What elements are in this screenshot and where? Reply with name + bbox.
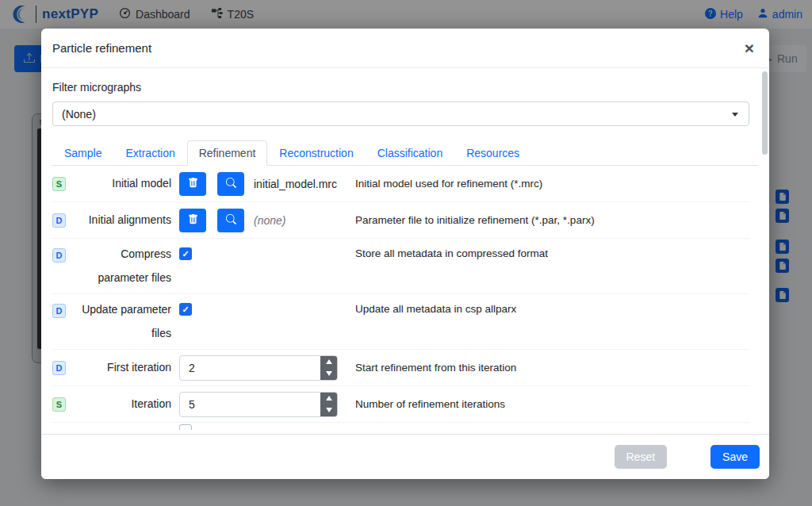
- clear-file-button[interactable]: [179, 172, 206, 196]
- tab-resources[interactable]: Resources: [454, 140, 531, 166]
- stepper-down-icon[interactable]: [320, 404, 337, 416]
- field-description: Parameter file to initialize refinement …: [355, 214, 749, 226]
- number-stepper[interactable]: [320, 393, 337, 416]
- dialog-header: Particle refinement ×: [41, 29, 769, 68]
- chevron-down-icon: [732, 113, 738, 117]
- search-icon: [226, 214, 236, 227]
- form-row-update-parameter-files: D Update parameter files ✓ Update all me…: [52, 294, 749, 350]
- field-label: Compress parameter files: [73, 242, 171, 289]
- tab-refinement[interactable]: Refinement: [187, 140, 268, 166]
- stepper-down-icon[interactable]: [320, 368, 337, 380]
- form-row-initial-alignments: D Initial alignments (none) Parameter fi…: [52, 202, 749, 239]
- filter-select-value: (None): [62, 108, 96, 121]
- field-label: First iteration: [73, 359, 171, 375]
- dialog-body: Filter micrographs (None) Sample Extract…: [41, 68, 769, 434]
- reset-button[interactable]: Reset: [615, 445, 668, 469]
- field-label: Initial alignments: [73, 212, 171, 228]
- scope-badge: D: [52, 213, 66, 228]
- form-row-initial-model: S Initial model initial_model.mrc Initia…: [52, 166, 749, 202]
- iteration-input[interactable]: [179, 392, 338, 417]
- field-label: Iteration: [73, 396, 171, 412]
- form-row-first-iteration: D First iteration Start refinement from …: [52, 350, 749, 386]
- field-description: Initial model used for refinement (*.mrc…: [355, 178, 749, 190]
- form-row-compress-parameter-files: D Compress parameter files ✓ Store all m…: [52, 239, 749, 294]
- scope-badge: D: [52, 248, 66, 263]
- app-root: nextPYP Dashboard: [0, 0, 812, 506]
- file-value: initial_model.mrc: [254, 178, 337, 190]
- tab-extraction[interactable]: Extraction: [113, 140, 186, 166]
- file-value: (none): [254, 214, 285, 227]
- field-description: Store all metadata in compressed format: [355, 247, 749, 259]
- settings-tabs: Sample Extraction Refinement Reconstruct…: [52, 140, 758, 166]
- trash-icon: [188, 214, 198, 227]
- field-description: Update all metadata in csp allparx: [355, 303, 749, 315]
- browse-file-button[interactable]: [217, 172, 244, 196]
- browse-file-button[interactable]: [217, 209, 244, 232]
- first-iteration-input[interactable]: [179, 355, 338, 381]
- stepper-up-icon[interactable]: [320, 393, 337, 404]
- dialog-footer: Reset Save: [41, 434, 769, 479]
- filter-micrographs-select[interactable]: (None): [52, 102, 749, 126]
- field-label: Initial model: [73, 175, 171, 191]
- search-icon: [226, 178, 236, 190]
- particle-refinement-dialog: Particle refinement × Filter micrographs…: [41, 29, 769, 479]
- scope-badge: S: [52, 177, 66, 191]
- scope-badge: D: [52, 304, 66, 318]
- close-icon[interactable]: ×: [745, 40, 754, 56]
- field-label: Update parameter files: [73, 297, 171, 345]
- clear-file-button[interactable]: [179, 209, 206, 232]
- field-description: Start refinement from this iteration: [355, 362, 749, 374]
- field-description: Number of refinement iterations: [355, 398, 749, 410]
- tab-classification[interactable]: Classification: [366, 140, 454, 166]
- trash-icon: [188, 178, 198, 190]
- filter-micrographs-label: Filter micrographs: [52, 81, 758, 94]
- tab-reconstruction[interactable]: Reconstruction: [267, 140, 365, 166]
- partial-checkbox[interactable]: [179, 424, 192, 430]
- form-row-iteration: S Iteration Number of refinement iterati…: [52, 386, 749, 423]
- scope-badge: D: [52, 361, 66, 375]
- number-stepper[interactable]: [320, 356, 337, 380]
- update-checkbox[interactable]: ✓: [179, 303, 192, 316]
- dialog-title: Particle refinement: [52, 41, 151, 55]
- scope-badge: S: [52, 397, 66, 412]
- dialog-scrollbar[interactable]: [762, 71, 768, 155]
- tab-sample[interactable]: Sample: [52, 140, 113, 166]
- stepper-up-icon[interactable]: [320, 356, 337, 368]
- form-row-partial: [52, 423, 749, 430]
- compress-checkbox[interactable]: ✓: [179, 247, 192, 260]
- save-button[interactable]: Save: [710, 445, 760, 469]
